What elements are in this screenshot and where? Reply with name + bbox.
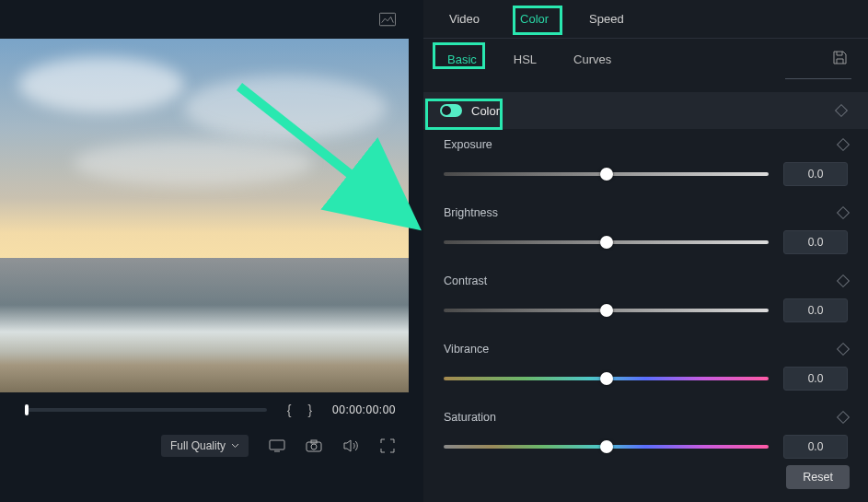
reset-button[interactable]: Reset [786, 465, 850, 489]
tab-speed[interactable]: Speed [582, 8, 631, 29]
color-section-label: Color [471, 104, 500, 118]
svg-rect-0 [379, 13, 395, 26]
tab-color[interactable]: Color [513, 8, 556, 29]
brightness-label: Brightness [444, 206, 498, 219]
keyframe-icon[interactable] [837, 343, 850, 356]
contrast-value[interactable]: 0.0 [783, 298, 848, 322]
keyframe-icon[interactable] [837, 411, 850, 424]
svg-point-4 [311, 444, 317, 449]
landscape-icon[interactable] [379, 11, 396, 28]
mark-in[interactable]: { [287, 403, 292, 417]
keyframe-icon[interactable] [835, 104, 848, 117]
vibrance-value[interactable]: 0.0 [783, 367, 848, 391]
svg-rect-1 [270, 440, 284, 449]
subtab-basic[interactable]: Basic [442, 51, 482, 68]
keyframe-icon[interactable] [837, 138, 850, 151]
properties-pane: Video Color Speed Basic HSL Curves Color… [423, 0, 868, 502]
tab-video[interactable]: Video [442, 8, 487, 29]
exposure-value[interactable]: 0.0 [783, 162, 848, 186]
vibrance-slider[interactable] [444, 377, 769, 380]
saturation-slider[interactable] [444, 445, 769, 449]
timecode: 00:00:00:00 [332, 403, 396, 416]
contrast-slider[interactable] [444, 309, 769, 312]
fullscreen-icon[interactable] [379, 438, 396, 454]
mark-out[interactable]: } [307, 403, 312, 417]
color-section-header: Color [423, 92, 868, 129]
display-icon[interactable] [269, 438, 285, 454]
vibrance-label: Vibrance [444, 343, 489, 356]
contrast-label: Contrast [444, 274, 487, 287]
keyframe-icon[interactable] [837, 274, 850, 287]
color-toggle[interactable] [440, 104, 462, 117]
quality-dropdown[interactable]: Full Quality [161, 435, 249, 457]
svg-line-6 [239, 87, 414, 225]
brightness-value[interactable]: 0.0 [783, 230, 848, 254]
exposure-slider[interactable] [444, 172, 769, 176]
saturation-value[interactable]: 0.0 [783, 435, 848, 459]
exposure-label: Exposure [444, 138, 492, 151]
subtab-curves[interactable]: Curves [568, 51, 617, 68]
save-preset-icon[interactable] [832, 50, 848, 68]
camera-icon[interactable] [306, 438, 322, 454]
subtab-hsl[interactable]: HSL [508, 51, 542, 68]
volume-icon[interactable] [342, 438, 359, 454]
brightness-slider[interactable] [444, 240, 769, 244]
keyframe-icon[interactable] [837, 206, 850, 219]
saturation-label: Saturation [444, 411, 496, 424]
playback-scrubber[interactable] [28, 408, 267, 412]
annotation-arrow [184, 77, 442, 252]
